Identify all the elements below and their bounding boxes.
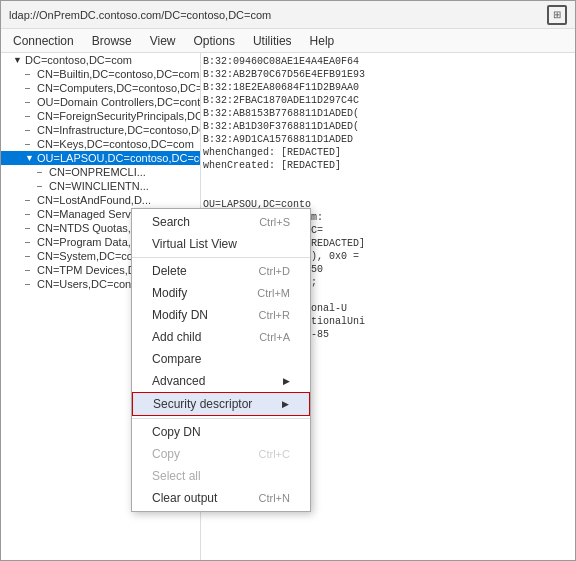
window-title: ldap://OnPremDC.contoso.com/DC=contoso,D… [9,9,547,21]
menu-view[interactable]: View [142,32,184,50]
tree-item[interactable]: – CN=Builtin,DC=contoso,DC=com [1,67,200,81]
menu-bar: Connection Browse View Options Utilities… [1,29,575,53]
ctx-add-child-shortcut: Ctrl+A [259,331,290,343]
ctx-security-descriptor[interactable]: Security descriptor [132,392,310,416]
main-content: ▼ DC=contoso,DC=com – CN=Builtin,DC=cont… [1,53,575,560]
ctx-add-child-label: Add child [152,330,201,344]
tree-item[interactable]: – CN=Infrastructure,DC=contoso,DC=com [1,123,200,137]
tree-label: CN=LostAndFound,D... [37,194,151,206]
ctx-delete-shortcut: Ctrl+D [259,265,290,277]
tree-label: CN=WINCLIENTN... [49,180,149,192]
ctx-separator-2 [132,418,310,419]
leaf-icon: – [25,139,35,149]
tree-label: CN=Infrastructure,DC=contoso,DC=com [37,124,200,136]
ctx-vlv-label: Virtual List View [152,237,237,251]
menu-utilities[interactable]: Utilities [245,32,300,50]
ctx-modify-dn[interactable]: Modify DN Ctrl+R [132,304,310,326]
ctx-clear-output[interactable]: Clear output Ctrl+N [132,487,310,509]
tree-item[interactable]: – CN=LostAndFound,D... [1,193,200,207]
tree-item[interactable]: – CN=Computers,DC=contoso,DC=com [1,81,200,95]
leaf-icon: – [25,265,35,275]
ctx-advanced[interactable]: Advanced [132,370,310,392]
leaf-icon: – [25,83,35,93]
tree-item[interactable]: – CN=ForeignSecurityPrincipals,DC=contos… [1,109,200,123]
tree-item[interactable]: – CN=ONPREMCLI... [1,165,200,179]
ctx-modify-dn-shortcut: Ctrl+R [259,309,290,321]
leaf-icon: – [25,111,35,121]
tree-label: CN=Builtin,DC=contoso,DC=com [37,68,199,80]
ctx-compare[interactable]: Compare [132,348,310,370]
ctx-clear-output-label: Clear output [152,491,217,505]
leaf-icon: – [25,251,35,261]
ctx-add-child[interactable]: Add child Ctrl+A [132,326,310,348]
tree-label: CN=Keys,DC=contoso,DC=com [37,138,194,150]
leaf-icon: – [25,69,35,79]
ctx-modify-shortcut: Ctrl+M [257,287,290,299]
ctx-copy-shortcut: Ctrl+C [259,448,290,460]
ctx-delete-label: Delete [152,264,187,278]
ctx-compare-label: Compare [152,352,201,366]
ctx-copy[interactable]: Copy Ctrl+C [132,443,310,465]
leaf-icon: – [25,209,35,219]
main-window: ldap://OnPremDC.contoso.com/DC=contoso,D… [0,0,576,561]
leaf-icon: – [25,125,35,135]
tree-label: OU=Domain Controllers,DC=contoso,DC=com [37,96,200,108]
leaf-icon: – [25,223,35,233]
ctx-modify[interactable]: Modify Ctrl+M [132,282,310,304]
context-menu: Search Ctrl+S Virtual List View Delete C… [131,208,311,512]
ctx-select-all[interactable]: Select all [132,465,310,487]
ctx-search[interactable]: Search Ctrl+S [132,211,310,233]
tree-item[interactable]: – CN=Keys,DC=contoso,DC=com [1,137,200,151]
ctx-clear-output-shortcut: Ctrl+N [259,492,290,504]
tree-root-label: DC=contoso,DC=com [25,54,132,66]
tree-item[interactable]: – CN=WINCLIENTN... [1,179,200,193]
ctx-select-all-label: Select all [152,469,201,483]
ctx-security-descriptor-label: Security descriptor [153,397,252,411]
ctx-separator-1 [132,257,310,258]
tree-label: OU=LAPSOU,DC=contoso,DC=com [37,152,200,164]
menu-connection[interactable]: Connection [5,32,82,50]
menu-options[interactable]: Options [186,32,243,50]
ctx-search-label: Search [152,215,190,229]
ctx-copy-label: Copy [152,447,180,461]
tree-label: CN=ONPREMCLI... [49,166,146,178]
ctx-advanced-label: Advanced [152,374,205,388]
leaf-icon: – [25,195,35,205]
leaf-icon: – [25,97,35,107]
ctx-virtual-list-view[interactable]: Virtual List View [132,233,310,255]
screenshot-icon[interactable]: ⊞ [547,5,567,25]
leaf-icon: – [37,167,47,177]
ctx-delete[interactable]: Delete Ctrl+D [132,260,310,282]
ctx-copy-dn-label: Copy DN [152,425,201,439]
tree-item-selected[interactable]: ▼ OU=LAPSOU,DC=contoso,DC=com [1,151,200,165]
leaf-icon: – [25,237,35,247]
tree-root[interactable]: ▼ DC=contoso,DC=com [1,53,200,67]
menu-help[interactable]: Help [302,32,343,50]
expand-icon: ▼ [25,153,35,163]
tree-label: CN=ForeignSecurityPrincipals,DC=contoso,… [37,110,200,122]
expand-icon: ▼ [13,55,23,65]
title-bar: ldap://OnPremDC.contoso.com/DC=contoso,D… [1,1,575,29]
leaf-icon: – [37,181,47,191]
leaf-icon: – [25,279,35,289]
tree-label: CN=Computers,DC=contoso,DC=com [37,82,200,94]
ctx-modify-label: Modify [152,286,187,300]
ctx-modify-dn-label: Modify DN [152,308,208,322]
ctx-search-shortcut: Ctrl+S [259,216,290,228]
ctx-copy-dn[interactable]: Copy DN [132,421,310,443]
tree-item[interactable]: – OU=Domain Controllers,DC=contoso,DC=co… [1,95,200,109]
menu-browse[interactable]: Browse [84,32,140,50]
